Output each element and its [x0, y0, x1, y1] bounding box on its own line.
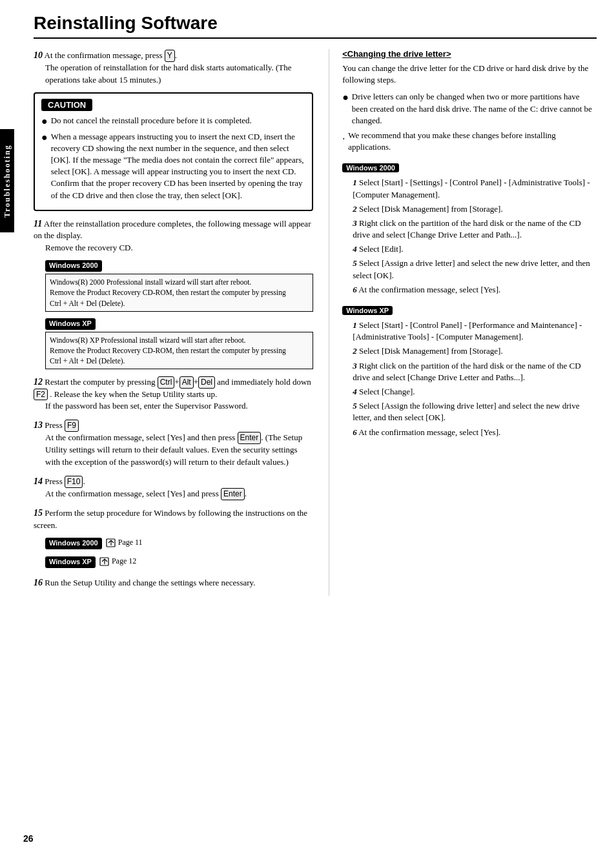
winxp-step-4: 4 Select [Change].: [353, 386, 597, 398]
win2000-step-5: 5 Select [Assign a drive letter] and sel…: [353, 258, 597, 281]
winxp-step-2: 2 Select [Disk Management] from [Storage…: [353, 345, 597, 357]
step-15: 15 Perform the setup procedure for Windo…: [34, 507, 313, 570]
win2000-badge-right: Windows 2000: [342, 163, 399, 172]
caution-box: CAUTION ● Do not cancel the reinstall pr…: [34, 92, 313, 210]
winxp-step-1: 1 Select [Start] - [Control Panel] - [Pe…: [353, 320, 597, 343]
caution-header: CAUTION: [41, 99, 92, 111]
step-11: 11 After the reinstallation procedure co…: [34, 218, 313, 369]
step-13: 13 Press F9 At the confirmation message,…: [34, 419, 313, 469]
key-f9: F9: [65, 420, 79, 432]
caution-bullet-2: ● When a message appears instructing you…: [41, 131, 305, 201]
key-enter-2: Enter: [221, 488, 245, 500]
page-title: Reinstalling Software: [34, 13, 597, 39]
win2000-step-3: 3 Right click on the partition of the ha…: [353, 218, 597, 241]
caution-bullet-1: ● Do not cancel the reinstall procedure …: [41, 115, 305, 127]
key-enter-1: Enter: [238, 432, 262, 444]
win2000-step-4: 4 Select [Edit].: [353, 243, 597, 255]
step-14: 14 PressF10. At the confirmation message…: [34, 475, 313, 500]
win2000-step-2: 2 Select [Disk Management] from [Storage…: [353, 203, 597, 215]
right-bullet-1: ● Drive letters can only be changed when…: [342, 91, 597, 127]
win2000-info-box: Windows(R) 2000 Professional install wiz…: [45, 274, 313, 311]
step-12: 12 Restart the computer by pressing Ctrl…: [34, 376, 313, 412]
winxp-step-6: 6 At the confirmation message, select [Y…: [353, 427, 597, 438]
right-column: <Changing the drive letter> You can chan…: [329, 49, 597, 596]
win2000-step-1: 1 Select [Start] - [Settings] - [Control…: [353, 177, 597, 200]
winxp-step-5: 5 Select [Assign the following drive let…: [353, 400, 597, 423]
win2000-steps: 1 Select [Start] - [Settings] - [Control…: [353, 177, 597, 296]
page-number: 26: [23, 833, 34, 844]
key-y: Y: [165, 50, 175, 62]
right-col-intro: You can change the drive letter for the …: [342, 63, 597, 86]
winxp-step-3: 3 Right click on the partition of the ha…: [353, 360, 597, 383]
winxp-badge-2: Windows XP: [45, 556, 96, 568]
key-f10: F10: [65, 476, 83, 488]
side-tab: Troubleshooting: [0, 129, 14, 232]
key-f2: F2: [34, 389, 48, 401]
key-del: Del: [198, 376, 215, 389]
page12-ref: Page 12: [99, 556, 136, 567]
key-alt: Alt: [180, 376, 194, 389]
section-title: <Changing the drive letter>: [342, 49, 597, 59]
win2000-section: Windows 2000 1 Select [Start] - [Setting…: [342, 159, 597, 296]
page11-ref: Page 11: [106, 537, 143, 548]
right-bullet-2: . We recommend that you make these chang…: [342, 130, 597, 153]
step-10: 10 At the confirmation message, press Y.…: [34, 49, 313, 86]
winxp-badge-right: Windows XP: [342, 306, 393, 315]
win2000-badge-1: Windows 2000: [45, 260, 102, 272]
winxp-badge-1: Windows XP: [45, 318, 96, 330]
key-ctrl: Ctrl: [158, 376, 175, 389]
win2000-badge-2: Windows 2000: [45, 538, 102, 549]
step-16: 16 Run the Setup Utility and change the …: [34, 576, 313, 589]
left-column: 10 At the confirmation message, press Y.…: [34, 49, 313, 596]
winxp-info-box: Windows(R) XP Professional install wizar…: [45, 332, 313, 369]
winxp-section: Windows XP 1 Select [Start] - [Control P…: [342, 302, 597, 438]
winxp-steps: 1 Select [Start] - [Control Panel] - [Pe…: [353, 320, 597, 438]
win2000-step-6: 6 At the confirmation message, select [Y…: [353, 284, 597, 296]
